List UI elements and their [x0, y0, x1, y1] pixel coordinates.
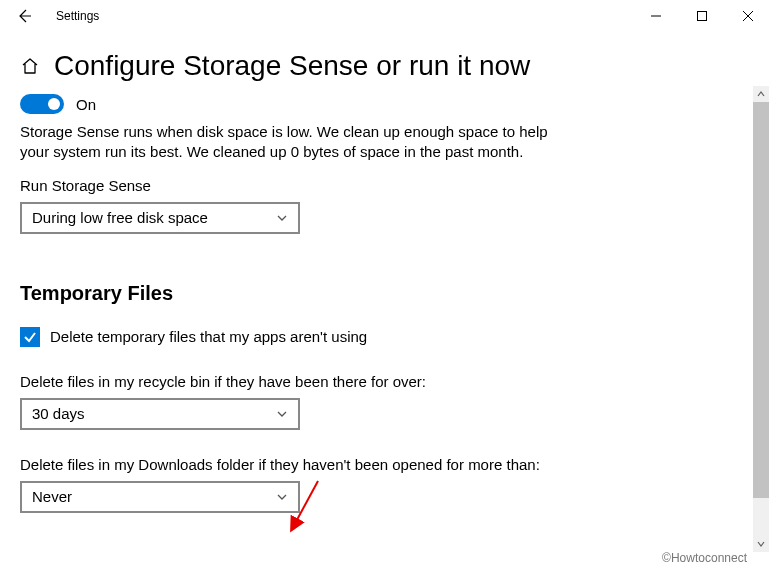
downloads-label: Delete files in my Downloads folder if t… — [20, 456, 720, 473]
run-storage-sense-label: Run Storage Sense — [20, 177, 720, 194]
toggle-state-label: On — [76, 96, 96, 113]
app-title: Settings — [56, 9, 99, 23]
chevron-down-icon — [276, 491, 288, 503]
minimize-icon — [651, 11, 661, 21]
recycle-bin-label: Delete files in my recycle bin if they h… — [20, 373, 720, 390]
downloads-value: Never — [32, 488, 72, 505]
toggle-knob — [48, 98, 60, 110]
maximize-icon — [697, 11, 707, 21]
close-button[interactable] — [725, 0, 771, 32]
arrow-left-icon — [16, 8, 32, 24]
content-area: On Storage Sense runs when disk space is… — [0, 94, 740, 513]
chevron-up-icon — [756, 89, 766, 99]
storage-sense-description: Storage Sense runs when disk space is lo… — [20, 122, 580, 163]
storage-sense-toggle[interactable] — [20, 94, 64, 114]
maximize-button[interactable] — [679, 0, 725, 32]
vertical-scrollbar[interactable] — [753, 86, 769, 552]
delete-temp-checkbox[interactable] — [20, 327, 40, 347]
delete-temp-checkbox-label: Delete temporary files that my apps aren… — [50, 328, 367, 345]
temporary-files-heading: Temporary Files — [20, 282, 720, 305]
close-icon — [743, 11, 753, 21]
titlebar: Settings — [0, 0, 771, 32]
recycle-bin-value: 30 days — [32, 405, 85, 422]
home-icon — [20, 56, 40, 76]
svg-rect-0 — [698, 12, 707, 21]
storage-sense-toggle-row: On — [20, 94, 720, 114]
downloads-dropdown[interactable]: Never — [20, 481, 300, 513]
scroll-up-arrow[interactable] — [753, 86, 769, 102]
chevron-down-icon — [756, 539, 766, 549]
delete-temp-checkbox-row: Delete temporary files that my apps aren… — [20, 327, 720, 347]
back-button[interactable] — [8, 0, 40, 32]
chevron-down-icon — [276, 212, 288, 224]
home-button[interactable] — [20, 56, 40, 76]
checkmark-icon — [23, 330, 37, 344]
window-controls — [633, 0, 771, 32]
scroll-thumb[interactable] — [753, 102, 769, 498]
run-storage-sense-dropdown[interactable]: During low free disk space — [20, 202, 300, 234]
page-title: Configure Storage Sense or run it now — [54, 50, 530, 82]
run-storage-sense-value: During low free disk space — [32, 209, 208, 226]
watermark: ©Howtoconnect — [662, 551, 747, 565]
recycle-bin-dropdown[interactable]: 30 days — [20, 398, 300, 430]
scroll-down-arrow[interactable] — [753, 536, 769, 552]
page-header: Configure Storage Sense or run it now — [0, 32, 771, 90]
minimize-button[interactable] — [633, 0, 679, 32]
chevron-down-icon — [276, 408, 288, 420]
